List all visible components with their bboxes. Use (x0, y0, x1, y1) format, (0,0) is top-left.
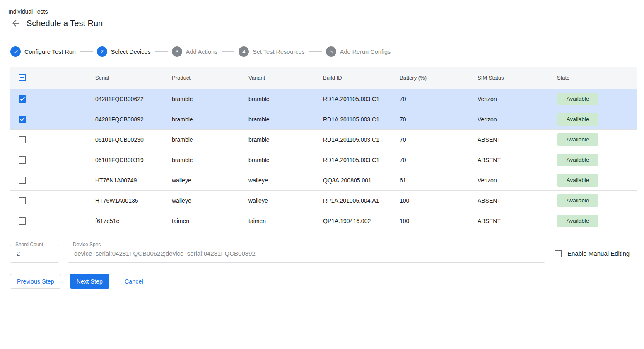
sim-status-cell: ABSENT (478, 190, 557, 211)
next-step-button[interactable]: Next Step (70, 274, 109, 289)
previous-step-button[interactable]: Previous Step (10, 274, 61, 289)
back-arrow-icon[interactable] (11, 18, 21, 28)
shard-spec-form: Shard Count 2 Device Spec device_serial:… (10, 245, 634, 263)
step-add-actions[interactable]: 3 Add Actions (172, 46, 218, 57)
build-id-cell: RD1A.201105.003.C1 (323, 109, 400, 129)
state-badge: Available (557, 194, 598, 207)
step-number: 3 (172, 46, 182, 57)
cancel-button[interactable]: Cancel (118, 274, 150, 289)
row-checkbox[interactable] (19, 156, 26, 164)
stepper-connector (309, 51, 322, 52)
battery-cell: 61 (400, 170, 478, 190)
page-title: Schedule a Test Run (27, 19, 103, 28)
stepper-connector (155, 51, 168, 52)
manual-editing-label: Enable Manual Editing (567, 250, 630, 257)
sim-status-cell: ABSENT (478, 129, 557, 150)
shard-count-label: Shard Count (14, 242, 45, 247)
product-cell: bramble (172, 109, 248, 129)
column-header-battery: Battery (%) (400, 67, 478, 89)
column-header-state: State (557, 67, 637, 89)
variant-cell: bramble (248, 150, 323, 170)
variant-cell: bramble (248, 89, 323, 109)
product-cell: bramble (172, 129, 248, 150)
row-checkbox[interactable] (19, 95, 26, 103)
device-row: 04281FQCB00892 bramble bramble RD1A.2011… (10, 109, 637, 129)
serial-cell: 04281FQCB00622 (95, 89, 172, 109)
state-badge: Available (557, 154, 598, 166)
build-id-cell: QP1A.190416.002 (323, 211, 400, 231)
serial-cell: HT76N1A00749 (95, 170, 172, 190)
serial-cell: 06101FQCB00319 (95, 150, 172, 170)
sim-status-cell: Verizon (478, 89, 557, 109)
column-header-variant: Variant (248, 67, 323, 89)
build-id-cell: RP1A.201005.004.A1 (323, 190, 400, 211)
serial-cell: f617e51e (95, 211, 172, 231)
row-checkbox[interactable] (19, 136, 26, 143)
step-label: Configure Test Run (24, 48, 76, 55)
breadcrumb: Individual Tests (0, 0, 644, 15)
device-row: 04281FQCB00622 bramble bramble RD1A.2011… (10, 89, 637, 109)
battery-cell: 100 (400, 211, 478, 231)
device-row: HT76N1A00749 walleye walleye QQ3A.200805… (10, 170, 637, 190)
device-row: HT76W1A00135 walleye walleye RP1A.201005… (10, 190, 637, 211)
serial-cell: 04281FQCB00892 (95, 109, 172, 129)
device-row: 06101FQCB00230 bramble bramble RD1A.2011… (10, 129, 637, 150)
step-label: Select Devices (111, 48, 151, 55)
state-badge: Available (557, 93, 598, 105)
device-row: 06101FQCB00319 bramble bramble RD1A.2011… (10, 150, 637, 170)
product-cell: bramble (172, 89, 248, 109)
step-label: Add Actions (186, 48, 218, 55)
step-completed-check-icon (10, 46, 21, 57)
state-badge: Available (557, 215, 598, 227)
step-number: 5 (326, 46, 336, 57)
device-table: Serial Product Variant Build ID Battery … (10, 67, 637, 231)
step-set-test-resources[interactable]: 4 Set Test Resources (239, 46, 304, 57)
step-add-rerun-configs[interactable]: 5 Add Rerun Configs (326, 46, 391, 57)
column-header-sim-status: SIM Status (478, 67, 557, 89)
serial-cell: 06101FQCB00230 (95, 129, 172, 150)
product-cell: taimen (172, 211, 248, 231)
sim-status-cell: Verizon (478, 109, 557, 129)
device-spec-field[interactable]: Device Spec device_serial:04281FQCB00622… (68, 245, 545, 263)
state-badge: Available (557, 133, 598, 146)
sim-status-cell: ABSENT (478, 211, 557, 231)
device-row: f617e51e taimen taimen QP1A.190416.002 1… (10, 211, 637, 231)
product-cell: bramble (172, 150, 248, 170)
step-label: Add Rerun Configs (340, 48, 391, 55)
stepper: Configure Test Run 2 Select Devices 3 Ad… (10, 46, 644, 57)
battery-cell: 70 (400, 89, 478, 109)
column-header-product: Product (172, 67, 248, 89)
sim-status-cell: Verizon (478, 170, 557, 190)
sim-status-cell: ABSENT (478, 150, 557, 170)
row-checkbox[interactable] (19, 217, 26, 225)
title-row: Schedule a Test Run (11, 18, 644, 28)
build-id-cell: QQ3A.200805.001 (323, 170, 400, 190)
variant-cell: taimen (248, 211, 323, 231)
state-badge: Available (557, 113, 598, 126)
battery-cell: 100 (400, 190, 478, 211)
stepper-connector (222, 51, 234, 52)
variant-cell: walleye (248, 170, 323, 190)
shard-count-value: 2 (10, 250, 26, 257)
row-checkbox[interactable] (19, 197, 26, 204)
select-all-checkbox[interactable] (19, 74, 26, 81)
step-number: 2 (97, 46, 107, 57)
variant-cell: walleye (248, 190, 323, 211)
action-bar: Previous Step Next Step Cancel (10, 274, 634, 289)
serial-cell: HT76W1A00135 (95, 190, 172, 211)
variant-cell: bramble (248, 109, 323, 129)
row-checkbox[interactable] (19, 177, 26, 184)
step-select-devices[interactable]: 2 Select Devices (97, 46, 151, 57)
battery-cell: 70 (400, 129, 478, 150)
column-header-serial: Serial (95, 67, 172, 89)
step-configure-test-run[interactable]: Configure Test Run (10, 46, 76, 57)
row-checkbox[interactable] (19, 116, 26, 123)
step-label: Set Test Resources (253, 48, 304, 55)
enable-manual-editing[interactable]: Enable Manual Editing (555, 250, 630, 257)
product-cell: walleye (172, 170, 248, 190)
build-id-cell: RD1A.201105.003.C1 (323, 129, 400, 150)
shard-count-field[interactable]: Shard Count 2 (10, 245, 59, 263)
stepper-connector (80, 51, 93, 52)
battery-cell: 70 (400, 150, 478, 170)
manual-editing-checkbox[interactable] (555, 250, 562, 257)
